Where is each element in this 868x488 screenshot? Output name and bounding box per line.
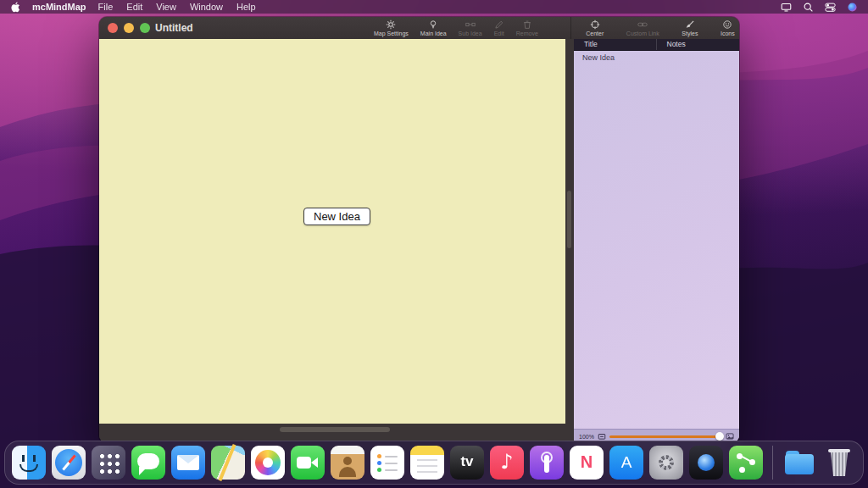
toolbar-icons-button[interactable]: Icons	[719, 17, 737, 40]
trash-icon	[522, 19, 532, 30]
mindmap-node[interactable]: New Idea	[303, 208, 370, 225]
app-window: Untitled Map SettingsMain IdeaSub IdeaEd…	[99, 17, 739, 443]
dock-items	[12, 446, 856, 480]
dock-trash-icon[interactable]	[822, 446, 856, 480]
window-title: Untitled	[155, 17, 193, 39]
zoom-level: 100%	[579, 434, 594, 440]
sub-idea-icon	[465, 19, 476, 30]
menu-items: FileEditViewWindowHelp	[98, 2, 256, 12]
sidebar-rows: New Idea	[574, 51, 739, 429]
dock-folder-icon[interactable]	[782, 446, 816, 480]
sidebar-header: Title Notes	[574, 39, 739, 51]
toolbar-label: Styles	[682, 30, 698, 37]
brush-icon	[685, 19, 695, 30]
menu-bar: mcMindMap FileEditViewWindowHelp	[0, 0, 868, 14]
row-title: New Idea	[574, 53, 657, 62]
dock-news-icon[interactable]	[570, 446, 604, 480]
dock-facetime-icon[interactable]	[291, 446, 325, 480]
dock-messages-icon[interactable]	[131, 446, 165, 480]
toolbar-map-settings-button[interactable]: Map Settings	[372, 17, 410, 40]
menu-item-view[interactable]: View	[156, 2, 176, 12]
toolbar-label: Edit	[494, 30, 504, 37]
scrollbar-gutter	[565, 39, 574, 443]
toolbar-custom-link-button: Custom Link	[625, 17, 661, 40]
canvas-column: New Idea	[99, 39, 565, 443]
zoom-button[interactable]	[140, 23, 150, 33]
menu-item-help[interactable]: Help	[236, 2, 256, 12]
dock	[4, 441, 864, 485]
zoom-slider[interactable]	[609, 435, 722, 438]
window-content: New Idea Title Notes New Idea 100%	[99, 39, 739, 443]
display-icon[interactable]	[781, 2, 792, 13]
sidebar-row[interactable]: New Idea	[574, 51, 739, 64]
toolbar-label: Custom Link	[626, 30, 659, 37]
toolbar-left-group: Map SettingsMain IdeaSub IdeaEditRemove	[372, 17, 540, 39]
apple-menu-icon[interactable]	[10, 2, 20, 13]
active-app-menu[interactable]: mcMindMap	[32, 2, 86, 12]
column-header-title[interactable]: Title	[574, 39, 657, 50]
dock-podcasts-icon[interactable]	[530, 446, 564, 480]
image-icon[interactable]	[726, 432, 734, 441]
dock-contacts-icon[interactable]	[331, 446, 364, 480]
dock-safari-icon[interactable]	[52, 446, 86, 480]
toolbar-sub-idea-button: Sub Idea	[457, 17, 484, 40]
dock-separator	[772, 446, 773, 480]
toolbar-label: Icons	[721, 30, 735, 37]
toolbar-center-button[interactable]: Center	[584, 17, 605, 40]
dock-reminders-icon[interactable]	[370, 446, 404, 480]
minimize-button[interactable]	[124, 23, 134, 33]
siri-icon[interactable]	[847, 2, 858, 13]
toolbar-label: Map Settings	[374, 30, 409, 37]
toolbar-label: Main Idea	[420, 30, 447, 37]
menu-item-file[interactable]: File	[98, 2, 114, 12]
dock-appstore-icon[interactable]	[609, 446, 643, 480]
dock-maps-icon[interactable]	[211, 446, 245, 480]
dock-drive-icon[interactable]	[689, 446, 723, 480]
notes-sidebar: Title Notes New Idea 100%	[574, 39, 739, 443]
center-icon	[590, 19, 600, 30]
dock-tv-icon[interactable]	[450, 446, 484, 480]
smiley-icon	[722, 19, 732, 30]
window-titlebar[interactable]: Untitled Map SettingsMain IdeaSub IdeaEd…	[99, 17, 739, 40]
zoom-slider-knob[interactable]	[715, 432, 724, 441]
dock-finder-icon[interactable]	[12, 446, 46, 480]
toolbar-right-group: CenterCustom LinkStylesIcons	[570, 17, 739, 39]
toolbar-styles-button[interactable]: Styles	[680, 17, 699, 40]
toolbar-main-idea-button[interactable]: Main Idea	[419, 17, 448, 40]
mindmap-canvas[interactable]: New Idea	[99, 39, 565, 424]
vertical-scrollbar[interactable]	[567, 191, 571, 248]
dock-mail-icon[interactable]	[171, 446, 205, 480]
dock-mindmap-icon[interactable]	[729, 446, 763, 480]
toolbar-label: Center	[586, 30, 604, 37]
lightbulb-icon	[428, 19, 438, 30]
dock-music-icon[interactable]	[490, 446, 524, 480]
link-icon	[637, 19, 648, 30]
dock-photos-icon[interactable]	[251, 446, 285, 480]
search-icon[interactable]	[803, 2, 814, 13]
toolbar-label: Remove	[516, 30, 538, 37]
traffic-lights	[108, 23, 150, 33]
close-button[interactable]	[108, 23, 118, 33]
column-header-notes[interactable]: Notes	[657, 39, 740, 50]
dock-notes-icon[interactable]	[410, 446, 444, 480]
dock-launchpad-icon[interactable]	[92, 446, 125, 480]
menu-item-edit[interactable]: Edit	[126, 2, 142, 12]
menu-status-icons	[781, 2, 858, 13]
menu-item-window[interactable]: Window	[190, 2, 223, 12]
zoom-fit-icon[interactable]	[598, 432, 606, 441]
toolbar-remove-button: Remove	[515, 17, 540, 40]
toolbar-edit-button: Edit	[492, 17, 506, 40]
control-center-icon[interactable]	[825, 2, 836, 13]
toolbar-label: Sub Idea	[459, 30, 482, 37]
gear-icon	[386, 19, 396, 30]
horizontal-scrollbar[interactable]	[280, 427, 390, 432]
dock-settings-icon[interactable]	[649, 446, 683, 480]
pencil-icon	[494, 19, 504, 30]
